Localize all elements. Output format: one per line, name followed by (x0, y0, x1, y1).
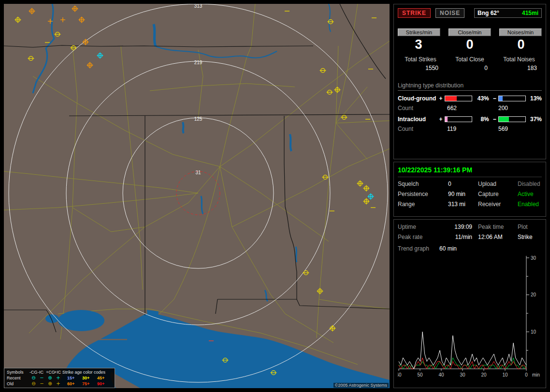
total-close-label: Total Close (447, 56, 492, 63)
squelch-value: 0 (448, 181, 478, 187)
legend-symbols-title: Symbols (7, 369, 29, 375)
status-section: 10/22/2025 11:39:16 PM Squelch 0 Upload … (393, 162, 546, 217)
cg-minus-recent-icon: ⊖ (29, 375, 38, 381)
intracloud-row: Intracloud + 8% − 37% (398, 116, 542, 123)
trend-graph-label: Trend graph (398, 245, 439, 252)
age-60-label: 60+ (67, 381, 82, 387)
svg-text:60: 60 (398, 372, 402, 378)
cg-plus-count: 662 (440, 105, 492, 112)
squelch-label: Squelch (398, 181, 448, 187)
count-label: Count (398, 105, 440, 112)
statistics-section: STRIKE NOISE Bng 62° 415mi Strikes/min C… (393, 4, 546, 159)
ic-plus-recent-icon: + (54, 375, 62, 381)
svg-text:50: 50 (417, 372, 423, 378)
cg-minus-pct: 13% (526, 95, 542, 102)
legend-col-header: -IC (38, 369, 46, 375)
strikes-per-min-value: 3 (398, 37, 439, 52)
cg-plus-bar (445, 96, 472, 101)
bearing-display: Bng 62° 415mi (474, 8, 542, 18)
svg-text:30: 30 (531, 255, 536, 261)
minus-sign: − (493, 95, 499, 102)
legend-col-header: +IC (54, 369, 62, 375)
noises-per-min-button[interactable]: Noises/min (499, 28, 542, 36)
age-15-label: 15+ (67, 375, 82, 381)
peak-rate-value: 11/min (448, 234, 478, 240)
legend-col-header: -CG (29, 369, 38, 375)
datetime-display: 10/22/2025 11:39:16 PM (398, 166, 542, 177)
noises-per-min-value: 0 (500, 37, 542, 52)
legend-recent-label: Recent (7, 375, 29, 381)
total-strikes-label: Total Strikes (398, 56, 443, 63)
close-per-min-button[interactable]: Close/min (449, 28, 491, 36)
range-ring-label: 125 (194, 116, 203, 122)
bearing-range-value: 415mi (522, 10, 538, 16)
map-legend: Symbols -CG -IC +CG +IC Strike age color… (4, 368, 115, 388)
receiver-label: Receiver (478, 201, 518, 208)
ic-minus-recent-icon: − (38, 375, 46, 381)
upload-label: Upload (478, 181, 518, 187)
age-90-label: 90+ (97, 381, 112, 387)
svg-text:0: 0 (525, 372, 528, 378)
cloud-ground-label: Cloud-ground (398, 95, 439, 102)
svg-text:20: 20 (531, 292, 536, 297)
age-45-label: 45+ (97, 375, 112, 381)
plus-sign: + (439, 95, 445, 102)
trend-series-strike (399, 332, 526, 369)
cloud-ground-row: Cloud-ground + 43% − 13% (398, 95, 542, 102)
minus-sign: − (493, 116, 499, 123)
legend-col-header: +CG (46, 369, 54, 375)
cg-minus-old-icon: ⊖ (29, 381, 38, 387)
peak-time-label: Peak time (478, 224, 518, 230)
svg-text:20: 20 (481, 372, 487, 378)
svg-text:10: 10 (531, 329, 536, 335)
total-strikes-value: 1550 (398, 65, 443, 71)
capture-status: Active (518, 191, 542, 197)
ic-minus-bar (498, 116, 525, 122)
range-ring-label: 31 (195, 170, 201, 175)
cg-plus-pct: 43% (472, 95, 489, 102)
svg-text:min: min (532, 372, 540, 378)
ic-minus-old-icon: − (38, 381, 46, 387)
age-75-label: 75+ (82, 381, 97, 387)
svg-text:30: 30 (460, 372, 465, 378)
capture-label: Capture (478, 191, 518, 197)
strike-mode-button[interactable]: STRIKE (398, 8, 431, 18)
intracloud-label: Intracloud (398, 116, 439, 123)
trend-graph: 1020306050403020100min (398, 255, 542, 378)
noise-mode-button[interactable]: NOISE (435, 8, 464, 18)
plot-value: Strike (518, 234, 542, 240)
copyright-text: ©2005 Astrogenic Systems (333, 383, 389, 388)
plot-label: Plot (518, 224, 542, 230)
strikes-per-min-button[interactable]: Strikes/min (398, 28, 440, 36)
ic-minus-count: 569 (492, 126, 508, 132)
lightning-map[interactable]: 31321912531 Symbols -CG -IC +CG +IC Stri… (4, 4, 390, 388)
ic-plus-bar (445, 116, 472, 122)
trend-window-value: 60 min (439, 245, 542, 252)
distribution-title: Lightning type distribution (398, 82, 542, 91)
plus-sign: + (439, 116, 445, 123)
cg-minus-count: 200 (492, 105, 508, 112)
ic-minus-pct: 37% (526, 116, 542, 123)
side-panel: STRIKE NOISE Bng 62° 415mi Strikes/min C… (393, 4, 546, 388)
legend-age-title: Strike age color codes (62, 369, 112, 375)
trend-section: Uptime 139:09 Peak time Plot Peak rate 1… (393, 219, 546, 388)
range-ring-label: 219 (194, 60, 203, 65)
age-30-label: 30+ (82, 375, 97, 381)
ic-plus-count: 119 (440, 126, 492, 132)
barrier-island (88, 339, 127, 340)
range-label: Range (398, 201, 448, 208)
total-close-value: 0 (447, 65, 492, 71)
count-label: Count (398, 126, 440, 132)
receiver-status: Enabled (518, 201, 542, 208)
range-ring-label: 313 (194, 4, 203, 9)
legend-old-label: Old (7, 381, 29, 387)
ic-plus-old-icon: + (54, 381, 62, 387)
range-setting-value: 313 mi (448, 201, 478, 208)
cg-plus-old-icon: ⊕ (46, 381, 54, 387)
cg-minus-bar (498, 96, 525, 101)
persistence-label: Persistence (398, 191, 448, 197)
peak-rate-label: Peak rate (398, 234, 448, 240)
bearing-value: Bng 62° (478, 10, 499, 16)
svg-text:10: 10 (502, 372, 508, 378)
nexstorm-window: 31321912531 Symbols -CG -IC +CG +IC Stri… (0, 0, 550, 392)
